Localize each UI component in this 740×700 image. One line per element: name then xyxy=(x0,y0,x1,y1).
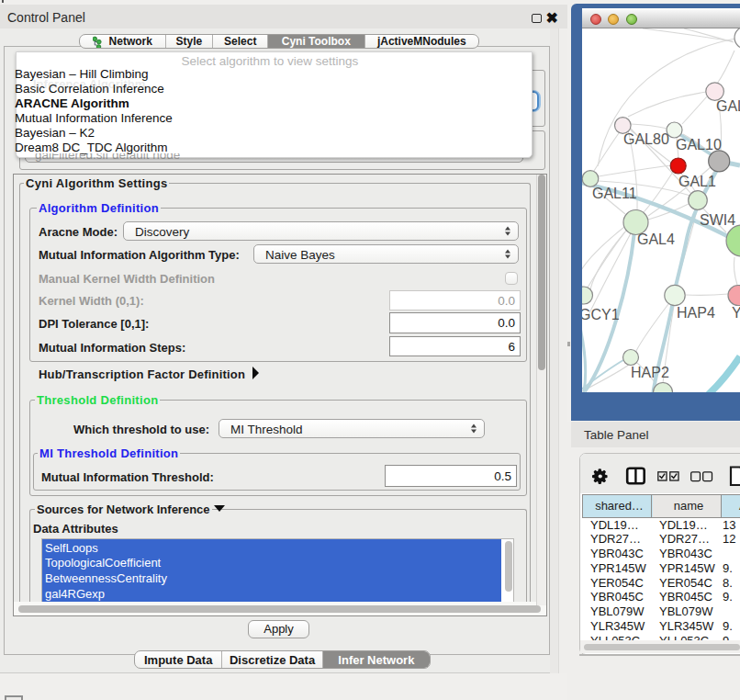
svg-text:GAL1: GAL1 xyxy=(678,174,716,189)
svg-text:GAL80: GAL80 xyxy=(623,131,669,147)
svg-text:GAL4: GAL4 xyxy=(637,231,675,247)
svg-text:GAL7: GAL7 xyxy=(716,98,740,114)
svg-text:HAP2: HAP2 xyxy=(631,365,669,380)
svg-text:HAP4: HAP4 xyxy=(677,305,715,321)
svg-text:SWI4: SWI4 xyxy=(700,212,735,228)
svg-text:GAL11: GAL11 xyxy=(592,186,637,201)
svg-text:Y: Y xyxy=(732,305,740,321)
svg-text:GCY1: GCY1 xyxy=(582,307,620,322)
svg-text:GAL10: GAL10 xyxy=(676,137,722,152)
